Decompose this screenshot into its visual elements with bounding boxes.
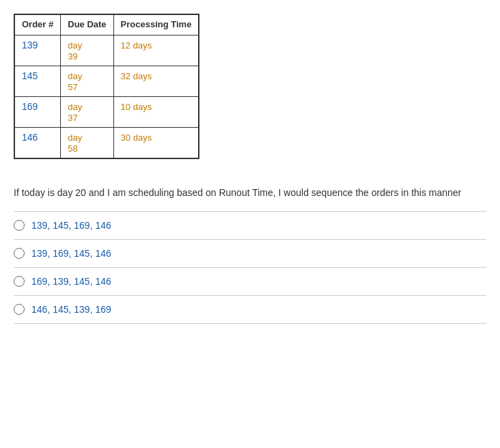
options-container: 139, 145, 169, 146 139, 169, 145, 146 16…	[14, 211, 486, 324]
table-row: 145 day57 32 days	[14, 66, 199, 96]
cell-processing: 10 days	[113, 96, 199, 127]
cell-order: 139	[14, 35, 61, 66]
cell-due: day57	[61, 66, 113, 96]
radio-button-4[interactable]	[14, 304, 25, 315]
cell-order: 169	[14, 96, 61, 127]
radio-button-1[interactable]	[14, 220, 25, 231]
cell-processing: 30 days	[113, 127, 199, 158]
option-row-1[interactable]: 139, 145, 169, 146	[14, 211, 486, 240]
cell-order: 145	[14, 66, 61, 96]
col-header-due: Due Date	[61, 14, 113, 35]
option-row-3[interactable]: 169, 139, 145, 146	[14, 268, 486, 296]
option-label-4: 146, 145, 139, 169	[31, 304, 111, 315]
option-label-3: 169, 139, 145, 146	[31, 276, 111, 287]
cell-order: 146	[14, 127, 61, 158]
table-header-row: Order # Due Date Processing Time	[14, 14, 199, 35]
cell-processing: 32 days	[113, 66, 199, 96]
cell-due: day58	[61, 127, 113, 158]
schedule-table: Order # Due Date Processing Time 139 day…	[14, 14, 199, 159]
question-text: If today is day 20 and I am scheduling b…	[14, 186, 486, 200]
table-row: 139 day39 12 days	[14, 35, 199, 66]
option-label-1: 139, 145, 169, 146	[31, 220, 111, 231]
col-header-order: Order #	[14, 14, 61, 35]
cell-due: day37	[61, 96, 113, 127]
option-label-2: 139, 169, 145, 146	[31, 248, 111, 259]
option-row-2[interactable]: 139, 169, 145, 146	[14, 240, 486, 268]
radio-button-3[interactable]	[14, 276, 25, 287]
table-row: 146 day58 30 days	[14, 127, 199, 158]
table-row: 169 day37 10 days	[14, 96, 199, 127]
cell-processing: 12 days	[113, 35, 199, 66]
schedule-table-container: Order # Due Date Processing Time 139 day…	[14, 14, 199, 159]
option-row-4[interactable]: 146, 145, 139, 169	[14, 296, 486, 324]
cell-due: day39	[61, 35, 113, 66]
radio-button-2[interactable]	[14, 248, 25, 259]
col-header-processing: Processing Time	[113, 14, 199, 35]
